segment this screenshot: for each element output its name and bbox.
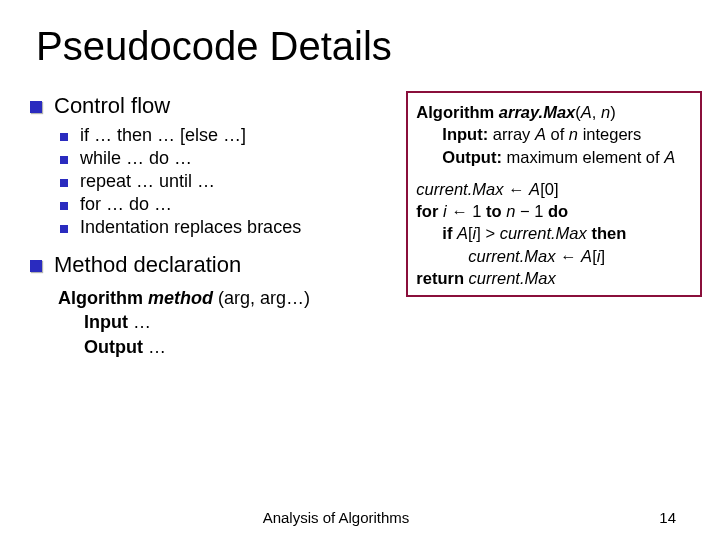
method-decl-block: Algorithm method (arg, arg…) Input … Out…	[58, 286, 406, 359]
param-n: n	[601, 103, 610, 121]
paren-close: )	[610, 103, 616, 121]
var-a: A	[535, 125, 546, 143]
algo-line: Output …	[58, 335, 406, 359]
bullet-item: if … then … [else …]	[60, 125, 406, 146]
var-cm: current.Max	[468, 247, 555, 265]
args: (arg, arg…)	[218, 288, 310, 308]
bullet-text: for … do …	[80, 194, 172, 215]
page-number: 14	[659, 509, 676, 526]
algo-line: current.Max ← A[0]	[416, 178, 692, 200]
slide-footer: Analysis of Algorithms 14	[0, 509, 720, 526]
arrow-icon: ←	[555, 247, 581, 265]
kw-input: Input	[84, 312, 128, 332]
algo-input: Input: array A of n integers	[416, 123, 692, 145]
var-n: n	[569, 125, 578, 143]
rest: …	[128, 312, 151, 332]
small-square-icon	[60, 133, 68, 141]
t: of	[546, 125, 569, 143]
heading-text: Control flow	[54, 93, 170, 119]
var-cm: current.Max	[416, 180, 503, 198]
gt: >	[481, 224, 500, 242]
algo-line: for i ← 1 to n − 1 do	[416, 200, 692, 222]
kw-do: do	[543, 202, 568, 220]
bullet-item: Indentation replaces braces	[60, 217, 406, 238]
t: maximum element of	[502, 148, 664, 166]
algo-line: Input …	[58, 310, 406, 334]
algo-name: array.Max	[499, 103, 575, 121]
arrow-icon: ←	[503, 180, 529, 198]
var-cm: current.Max	[469, 269, 556, 287]
slide-title: Pseudocode Details	[36, 24, 720, 69]
section-heading-control-flow: Control flow	[30, 93, 406, 119]
bullet-text: while … do …	[80, 148, 192, 169]
small-square-icon	[60, 202, 68, 210]
bullet-item: for … do …	[60, 194, 406, 215]
algo-line: current.Max ← A[i]	[416, 245, 692, 267]
rest: …	[143, 337, 166, 357]
right-column: Algorithm array.Max(A, n) Input: array A…	[406, 77, 702, 359]
left-column: Control flow if … then … [else …] while …	[30, 77, 406, 359]
small-square-icon	[60, 156, 68, 164]
idx: [0]	[540, 180, 558, 198]
bullet-text: Indentation replaces braces	[80, 217, 301, 238]
algo-signature: Algorithm array.Max(A, n)	[416, 101, 692, 123]
kw-then: then	[587, 224, 626, 242]
bullet-item: repeat … until …	[60, 171, 406, 192]
section-heading-method-decl: Method declaration	[30, 252, 406, 278]
kw-output: Output:	[442, 148, 502, 166]
kw-to: to	[481, 202, 506, 220]
kw-for: for	[416, 202, 443, 220]
kw-algorithm: Algorithm	[416, 103, 494, 121]
var-a: A	[664, 148, 675, 166]
kw-input: Input:	[442, 125, 488, 143]
small-square-icon	[60, 225, 68, 233]
num: 1	[534, 202, 543, 220]
content-columns: Control flow if … then … [else …] while …	[30, 77, 702, 359]
kw-if: if	[442, 224, 457, 242]
small-square-icon	[60, 179, 68, 187]
bullet-text: repeat … until …	[80, 171, 215, 192]
algorithm-box: Algorithm array.Max(A, n) Input: array A…	[406, 91, 702, 297]
footer-text: Analysis of Algorithms	[263, 509, 410, 526]
bullet-text: if … then … [else …]	[80, 125, 246, 146]
var-a: A	[529, 180, 540, 198]
t: array	[488, 125, 535, 143]
t: integers	[578, 125, 641, 143]
algo-line: return current.Max	[416, 267, 692, 289]
heading-text: Method declaration	[54, 252, 241, 278]
method-name: method	[148, 288, 213, 308]
arrow-icon: ←	[447, 202, 473, 220]
comma: ,	[592, 103, 601, 121]
param-a: A	[581, 103, 592, 121]
var-cm: current.Max	[500, 224, 587, 242]
var-n: n	[506, 202, 515, 220]
kw-output: Output	[84, 337, 143, 357]
minus: −	[515, 202, 534, 220]
kw-algorithm: Algorithm	[58, 288, 143, 308]
algo-line: if A[i] > current.Max then	[416, 222, 692, 244]
var-a: A	[581, 247, 592, 265]
br: ]	[600, 247, 605, 265]
var-a: A	[457, 224, 468, 242]
algo-output: Output: maximum element of A	[416, 146, 692, 168]
kw-return: return	[416, 269, 468, 287]
square-bullet-icon	[30, 101, 42, 113]
square-bullet-icon	[30, 260, 42, 272]
algo-line: Algorithm method (arg, arg…)	[58, 286, 406, 310]
bullet-item: while … do …	[60, 148, 406, 169]
